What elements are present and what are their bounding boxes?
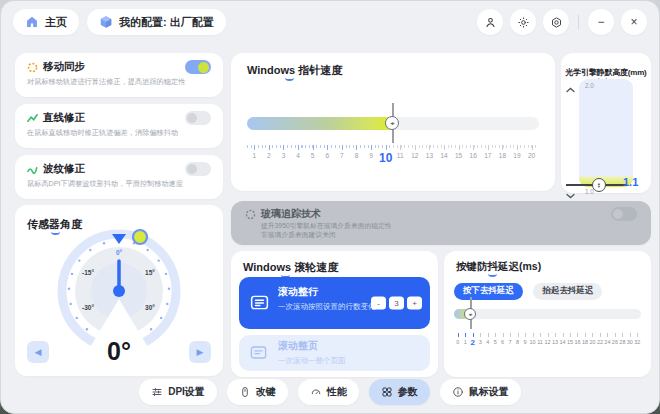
scroll-by-page-option[interactable]: 滚动整页 一次滚动一整个页面: [239, 335, 430, 371]
ripple-correction-toggle[interactable]: [185, 162, 211, 176]
ruler-cell: 19: [510, 145, 525, 169]
divider: [578, 15, 579, 29]
title-bar: 主页 我的配置: 出厂配置: [1, 1, 659, 43]
glass-tracking-desc1: 提升3950引擎鼠标在玻璃介质表面的稳定性: [261, 221, 637, 230]
dial-tick-30: 30°: [145, 304, 155, 311]
nav-performance[interactable]: 性能: [298, 379, 359, 405]
grid-icon: [381, 386, 393, 398]
debounce-handle[interactable]: ◂▸: [464, 308, 476, 320]
brightness-icon: [517, 16, 530, 29]
motion-sync-desc: 对鼠标移动轨迹进行算法修正，提高追踪的稳定性: [27, 77, 204, 87]
close-button[interactable]: ×: [621, 9, 647, 35]
nav-mouse-settings[interactable]: 鼠标设置: [440, 379, 521, 405]
ruler-cell: 7: [506, 333, 513, 351]
ruler-cell: 13: [422, 145, 437, 169]
ruler-cell: 24: [604, 333, 611, 351]
scroll-by-lines-title: 滚动整行: [278, 285, 376, 299]
angle-decrease-button[interactable]: ◀: [27, 341, 49, 363]
ripple-correction-title: 波纹修正: [43, 162, 85, 176]
silent-height-slider[interactable]: [579, 79, 633, 187]
ruler-cell: 22: [596, 333, 603, 351]
silent-height-handle[interactable]: ▴▾: [592, 178, 606, 192]
tab-release-debounce[interactable]: 抬起去抖延迟: [533, 283, 602, 300]
motion-sync-title: 移动同步: [43, 60, 85, 74]
tab-press-debounce[interactable]: 按下去抖延迟: [454, 283, 523, 300]
close-glyph: ×: [630, 15, 637, 29]
debounce-title: 按键防抖延迟(ms): [456, 260, 541, 274]
minimize-button[interactable]: −: [588, 9, 614, 35]
ruler-cell: 16: [574, 333, 581, 351]
ruler-cell: 8: [514, 333, 521, 351]
line-correction-desc: 在鼠标直线移动时修正轨迹偏差，消除偏移抖动: [27, 128, 204, 138]
ruler-cell: 18: [581, 333, 588, 351]
ruler-cell: 11: [393, 145, 408, 169]
glass-tracking-toggle[interactable]: [611, 207, 637, 221]
ruler-cell: 26: [611, 333, 618, 351]
debounce-ruler: 0123456789101112131415161820222426283032: [454, 333, 641, 351]
nav-dpi-settings[interactable]: DPI设置: [139, 379, 217, 405]
silent-height-card: 光学引擎静默高度(mm) 2.0 1.0 ▴▾ 1.1: [561, 53, 651, 193]
stepper-decrease-button[interactable]: -: [371, 297, 386, 310]
scroll-speed-card: Windows 滚轮速度 滚动整行 一次滚动按照设置的行数变化 - 3 +: [231, 251, 438, 377]
chevron-up-icon[interactable]: [566, 79, 575, 97]
home-button[interactable]: 主页: [13, 9, 79, 35]
line-correction-toggle[interactable]: [185, 111, 211, 125]
toggle-knob: [187, 164, 197, 174]
ruler-cell: 2: [469, 333, 476, 351]
ruler-cell: 8: [349, 145, 364, 169]
ruler-cell: 20: [524, 145, 539, 169]
stepper-increase-button[interactable]: +: [407, 297, 422, 310]
line-count-stepper: - 3 +: [371, 297, 422, 310]
stepper-value: 3: [389, 297, 404, 310]
mouse-icon: [239, 386, 251, 398]
motion-sync-card: 移动同步 对鼠标移动轨迹进行算法修正，提高追踪的稳定性: [15, 53, 223, 97]
dial-tick-neg15: -15°: [82, 269, 94, 276]
right-arrow-icon: ▶: [197, 347, 204, 357]
ripple-correction-desc: 鼠标高DPI下调整波纹形抖动，平滑控制移动速度: [27, 179, 204, 189]
motion-sync-toggle[interactable]: [185, 60, 211, 74]
ruler-cell: 0: [454, 333, 461, 351]
silent-height-value: 1.1: [623, 176, 638, 188]
ruler-cell: 6: [320, 145, 335, 169]
nav-parameters[interactable]: 参数: [369, 379, 430, 405]
minimize-glyph: −: [597, 15, 604, 29]
scroll-speed-title: Windows 滚轮速度: [243, 260, 338, 275]
ruler-cell: 18: [495, 145, 510, 169]
ruler-cell: 9: [364, 145, 379, 169]
info-icon: [452, 386, 464, 398]
settings-button[interactable]: [543, 9, 569, 35]
debounce-slider[interactable]: [454, 309, 641, 319]
pointer-speed-title: Windows 指针速度: [247, 63, 342, 78]
ruler-cell: 2: [262, 145, 277, 169]
slider-fill: [247, 117, 394, 130]
scroll-by-lines-option[interactable]: 滚动整行 一次滚动按照设置的行数变化 - 3 +: [239, 277, 430, 329]
ruler-cell: 14: [437, 145, 452, 169]
scroll-lines-icon: [249, 292, 270, 313]
ruler-cell: 9: [521, 333, 528, 351]
ruler-cell: 15: [451, 145, 466, 169]
theme-button[interactable]: [510, 9, 536, 35]
pointer-speed-handle[interactable]: ◂▸: [385, 116, 399, 130]
sensor-angle-value: 0°: [107, 337, 131, 366]
glass-tracking-icon: [245, 209, 256, 220]
ruler-cell: 32: [634, 333, 641, 351]
sliders-icon: [151, 386, 163, 398]
ruler-cell: 3: [476, 333, 483, 351]
nav-key-remap[interactable]: 改键: [227, 379, 288, 405]
pointer-speed-ruler: 1234567891011121314151617181920: [247, 145, 539, 169]
bottom-nav: DPI设置 改键 性能 参数: [1, 379, 659, 405]
ruler-cell: 3: [276, 145, 291, 169]
app-window: 主页 我的配置: 出厂配置: [0, 0, 660, 414]
silent-height-title: 光学引擎静默高度(mm): [565, 67, 646, 78]
toggle-knob: [613, 209, 623, 219]
config-button[interactable]: 我的配置: 出厂配置: [87, 9, 226, 35]
dial-tick-0: 0°: [116, 249, 122, 256]
ruler-cell: 12: [544, 333, 551, 351]
ruler-cell: 13: [551, 333, 558, 351]
title-underline: [488, 270, 497, 277]
sensor-angle-card: 传感器角度 0° -15° 15° -30° 30° ◀ 0° ▶: [15, 205, 223, 376]
home-icon: [25, 15, 39, 29]
account-button[interactable]: [477, 9, 503, 35]
angle-increase-button[interactable]: ▶: [189, 341, 211, 363]
ruler-cell: 4: [484, 333, 491, 351]
